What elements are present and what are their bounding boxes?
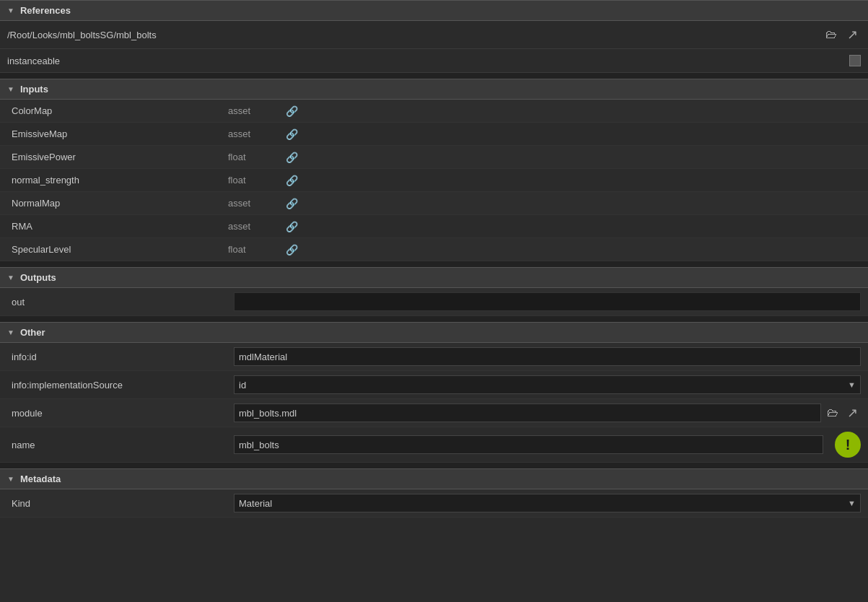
other-triangle: ▼	[7, 328, 14, 336]
prop-row-emissivemap: EmissiveMap asset	[0, 123, 868, 146]
references-path-icons: 🗁 ↗	[823, 25, 861, 44]
instanceable-checkbox[interactable]	[849, 55, 861, 66]
warning-icon: !	[846, 437, 851, 453]
instanceable-label: instanceable	[7, 56, 60, 66]
prop-row-implsource: info:implementationSource id ▼	[0, 371, 868, 399]
references-path: /Root/Looks/mbl_boltsSG/mbl_bolts	[7, 30, 157, 40]
implsource-arrow: ▼	[848, 380, 856, 389]
prop-type-colormap: asset	[228, 105, 286, 116]
spacer-1	[0, 73, 868, 79]
kind-dropdown[interactable]: Material ▼	[234, 494, 861, 512]
prop-type-specularlevel: float	[228, 244, 286, 255]
folder-icon: 🗁	[825, 28, 837, 41]
prop-name-infoid: info:id	[12, 352, 228, 362]
references-export-button[interactable]: ↗	[844, 25, 861, 44]
prop-row-emissivepower: EmissivePower float	[0, 146, 868, 169]
prop-name-normalmap: NormalMap	[12, 198, 228, 209]
prop-link-colormap[interactable]	[286, 105, 298, 118]
prop-type-emissivemap: asset	[228, 128, 286, 139]
instanceable-row: instanceable	[0, 49, 868, 73]
prop-name-specularlevel: SpecularLevel	[12, 244, 228, 255]
module-export-button[interactable]: ↗	[844, 403, 861, 422]
references-section: ▼ References /Root/Looks/mbl_boltsSG/mbl…	[0, 0, 868, 73]
inputs-header[interactable]: ▼ Inputs	[0, 79, 868, 100]
inputs-triangle: ▼	[7, 85, 14, 93]
module-folder-button[interactable]: 🗁	[824, 405, 841, 421]
metadata-title: Metadata	[20, 474, 61, 484]
implsource-value: id	[239, 380, 848, 391]
spacer-4	[0, 463, 868, 468]
metadata-section: ▼ Metadata Kind Material ▼	[0, 468, 868, 518]
spacer-3	[0, 316, 868, 322]
prop-link-emissivepower[interactable]	[286, 151, 298, 164]
warning-badge: !	[835, 432, 861, 458]
prop-type-rma: asset	[228, 221, 286, 232]
prop-row-normalstrength: normal_strength float	[0, 169, 868, 192]
name-input[interactable]	[234, 435, 823, 454]
references-header[interactable]: ▼ References	[0, 0, 868, 21]
inputs-title: Inputs	[20, 84, 48, 95]
prop-row-module: module 🗁 ↗	[0, 399, 868, 427]
export-icon: ↗	[847, 27, 858, 43]
out-value	[234, 292, 861, 311]
outputs-triangle: ▼	[7, 274, 14, 282]
spacer-2	[0, 261, 868, 267]
prop-row-infoid: info:id	[0, 343, 868, 371]
references-title: References	[20, 5, 71, 16]
prop-row-specularlevel: SpecularLevel float	[0, 238, 868, 261]
other-title: Other	[20, 327, 45, 338]
module-input[interactable]	[234, 403, 821, 422]
prop-link-normalmap[interactable]	[286, 197, 298, 210]
references-folder-button[interactable]: 🗁	[823, 27, 840, 43]
prop-link-rma[interactable]	[286, 220, 298, 233]
prop-link-specularlevel[interactable]	[286, 243, 298, 256]
other-section: ▼ Other info:id info:implementationSourc…	[0, 322, 868, 463]
prop-row-normalmap: NormalMap asset	[0, 192, 868, 215]
export-icon-module: ↗	[847, 405, 858, 421]
references-path-row: /Root/Looks/mbl_boltsSG/mbl_bolts 🗁 ↗	[0, 21, 868, 49]
prop-name-emissivepower: EmissivePower	[12, 152, 228, 162]
inputs-section: ▼ Inputs ColorMap asset EmissiveMap asse…	[0, 79, 868, 261]
folder-icon-module: 🗁	[827, 406, 838, 419]
prop-name-out: out	[12, 297, 228, 307]
prop-type-normalstrength: float	[228, 175, 286, 186]
outputs-section: ▼ Outputs out	[0, 267, 868, 316]
prop-type-normalmap: asset	[228, 198, 286, 209]
prop-name-colormap: ColorMap	[12, 105, 228, 116]
prop-name-module: module	[12, 408, 228, 419]
prop-link-normalstrength[interactable]	[286, 174, 298, 187]
prop-name-implsource: info:implementationSource	[12, 380, 228, 391]
prop-name-name: name	[12, 440, 228, 450]
references-triangle: ▼	[7, 6, 14, 14]
prop-name-kind: Kind	[12, 498, 228, 509]
prop-name-rma: RMA	[12, 221, 228, 232]
prop-row-out: out	[0, 288, 868, 316]
outputs-header[interactable]: ▼ Outputs	[0, 267, 868, 288]
module-row: 🗁 ↗	[234, 403, 861, 422]
prop-link-emissivemap[interactable]	[286, 128, 298, 141]
infoid-input[interactable]	[234, 347, 861, 366]
prop-row-name: name !	[0, 427, 868, 463]
prop-row-colormap: ColorMap asset	[0, 100, 868, 123]
outputs-title: Outputs	[20, 272, 56, 283]
prop-row-rma: RMA asset	[0, 215, 868, 238]
metadata-header[interactable]: ▼ Metadata	[0, 468, 868, 489]
other-header[interactable]: ▼ Other	[0, 322, 868, 343]
kind-value: Material	[239, 498, 848, 509]
implsource-dropdown[interactable]: id ▼	[234, 375, 861, 394]
kind-arrow: ▼	[848, 499, 856, 507]
prop-type-emissivepower: float	[228, 152, 286, 162]
metadata-triangle: ▼	[7, 475, 14, 483]
prop-name-normalstrength: normal_strength	[12, 175, 228, 186]
prop-name-emissivemap: EmissiveMap	[12, 128, 228, 139]
prop-row-kind: Kind Material ▼	[0, 489, 868, 518]
